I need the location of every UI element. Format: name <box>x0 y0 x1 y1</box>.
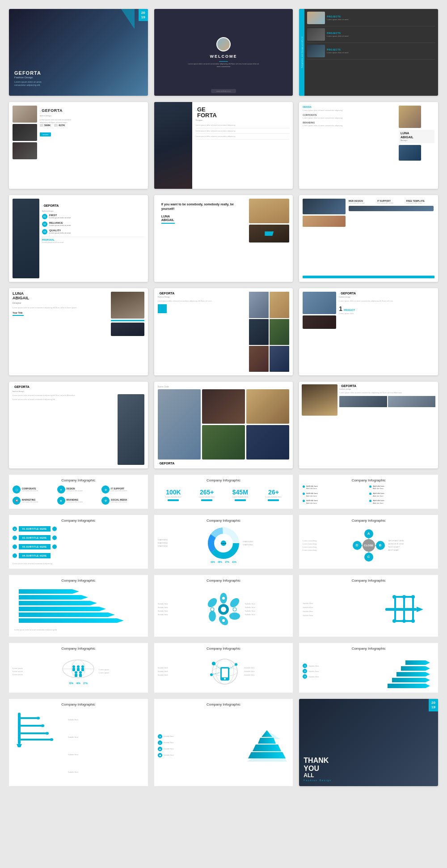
svg-marker-14 <box>19 613 115 617</box>
chart-label-r2: STARTHING <box>243 544 289 546</box>
brand-sub: Fashion Design <box>14 76 42 79</box>
prod-brand: GEFORTA <box>341 292 356 295</box>
svg-point-49 <box>77 665 80 668</box>
corporate-text: Lorem ipsum dolor sit amet consectetur a… <box>303 117 395 119</box>
sub-num-4 <box>13 553 17 558</box>
g-photo-1 <box>249 292 269 318</box>
bullet-1: Add title hereAdd title here <box>303 485 368 490</box>
bullet-4: Add title hereAdd title here <box>369 492 434 497</box>
subtitle-row-3: 03.SUBTITLE HERE <box>13 543 144 550</box>
svg-point-39 <box>402 595 406 599</box>
infographic-title-11: Company Infographic <box>158 647 290 651</box>
prod-photo-2 <box>303 315 336 329</box>
chart-label-1: STARTHING <box>158 539 204 541</box>
g-photo-2 <box>270 292 289 318</box>
slide-infographic-6: Company Infographic Lorem something Lore… <box>299 515 438 569</box>
svg-point-17 <box>228 596 241 609</box>
right-content-15: - GEFORTA fashion design Lorem ipsum dol… <box>339 384 435 466</box>
chart-center-label: Lorem <box>221 542 226 544</box>
slide-projects-sidebar: Templates and design proofs in PROJECTS … <box>299 9 438 96</box>
people-labels: Lorem ipsum Lorem ipsum Lorem ipsum <box>13 667 58 676</box>
subtitle-banner-4: 04.SUBTITLE HERE <box>19 553 51 558</box>
svg-point-55 <box>79 671 82 674</box>
manager-right: LUNAABIGAIL Manager <box>399 106 434 185</box>
geforta-left: - GEFORTA Fashion Design Lorem ipsum dol… <box>158 292 247 371</box>
welcome-divider <box>219 61 228 62</box>
manager-info: LUNAABIGAIL Manager <box>399 130 434 143</box>
project-img-3 <box>307 45 325 57</box>
dot-1 <box>303 485 305 488</box>
slide-infographic-7: Company Infographic <box>9 575 148 637</box>
it-support: IT SUPPORT Lorem ipsum dolor sit amet <box>377 200 405 204</box>
slide-infographic-8: Company Infographic Subtitle Here Subtit… <box>154 575 293 637</box>
svg-point-18 <box>229 613 240 620</box>
small-photos-15 <box>339 396 435 407</box>
svg-point-23 <box>221 607 226 612</box>
social-icon: ✿ <box>101 497 110 505</box>
stats-grid: 100K Lorem Subtitle Here 265+ Lorem Subt… <box>158 489 290 502</box>
product-photos <box>303 292 336 371</box>
svg-point-21 <box>206 596 219 609</box>
text-b3: Add title hereAdd title here <box>306 492 318 497</box>
info-1: Lorem ipsum dolor sit amet consectetur a… <box>196 124 290 128</box>
svg-point-43 <box>411 619 415 623</box>
proj-label-2: PROJECTS <box>327 32 348 34</box>
items-content: - GEFORTA fashion design 01 FIRST Lorem … <box>42 199 144 278</box>
check-1 <box>52 527 57 531</box>
right-content: - GEFORTA Designer Lorem ipsum dolor sit… <box>192 102 293 189</box>
contact-button[interactable]: contact <box>40 132 51 136</box>
svg-marker-11 <box>19 595 88 600</box>
num-26: 26+ <box>258 489 290 496</box>
svg-point-42 <box>402 619 406 623</box>
dot-6 <box>369 500 371 502</box>
num-45m: $45M <box>224 489 256 496</box>
quote-photos <box>249 199 289 278</box>
arrow-desc: Lorem ipsum dolor sit amet consectetur a… <box>14 629 143 631</box>
geforta-sub-13: fashion design <box>13 390 144 392</box>
product-subtext: Lorem ipsum dolor <box>339 312 434 315</box>
year-badge-ty: 2019 <box>429 699 438 711</box>
product-num: 1 PRODUCT <box>339 305 434 312</box>
manager-left: DESIGN Lorem ipsum dolor sit amet consec… <box>303 106 395 185</box>
web-design-text: Lorem ipsum dolor sit amet <box>349 202 376 204</box>
col-photo-3 <box>246 389 289 424</box>
side-photo-13 <box>118 394 144 465</box>
text-b4: Add title hereAdd title here <box>373 492 384 497</box>
dot-3 <box>303 493 305 495</box>
slide-infographic-4: Company Infographic ● 01.SUBTITLE HERE 0… <box>9 515 148 569</box>
chart-label-3: STARTHING <box>158 545 204 547</box>
step-icons-list: ★ Subtitle Here ● Subtitle Here ◆ Subtit… <box>158 734 242 757</box>
stat-100k: 100K Lorem Subtitle Here <box>158 489 190 502</box>
quote-photo-2 <box>249 225 289 243</box>
vtimeline-labels: Subtitle Here Subtitle Here Subtitle Her… <box>68 709 144 782</box>
pyramid-layout: ① Subtitle Here ② Subtitle Here ③ Subtit… <box>303 653 434 689</box>
desc-15: Lorem ipsum dolor sit amet consectetur a… <box>339 391 435 394</box>
prod-desc: Lorem ipsum dolor sit amet consectetur a… <box>339 300 434 302</box>
pct-row: 32% 48% 27% <box>69 682 88 685</box>
infographic-title-10: Company Infographic <box>13 647 144 651</box>
slide-photo-collage: Name Date - GEFORTA <box>154 382 293 468</box>
svg-rect-48 <box>72 668 75 671</box>
left-big-photo <box>302 384 337 466</box>
designer-accent <box>111 320 144 321</box>
svg-marker-70 <box>388 684 430 688</box>
stat-num-2: 827K <box>59 124 65 127</box>
flower-labels-left: Subtitle Here Subtitle Here Subtitle Her… <box>158 603 202 616</box>
bar-45m <box>235 499 246 501</box>
infographic-title-7: Company Infographic <box>13 579 144 583</box>
slide-infographic-5: Company Infographic STARTHING STARTHING … <box>154 515 293 569</box>
svg-marker-15 <box>19 618 124 623</box>
subtitle-desc: Lorem ipsum dolor sit amet consectetur a… <box>13 562 144 565</box>
svg-marker-72 <box>396 672 430 677</box>
svg-marker-74 <box>405 660 430 665</box>
svg-marker-12 <box>19 601 97 605</box>
globe-branches-layout: Subtitle Here Subtitle Here Subtitle Her… <box>158 653 290 689</box>
proposal-text: Lorem ipsum dolor sit amet <box>42 241 144 243</box>
big-photo <box>302 384 337 416</box>
collage-grid <box>158 389 290 460</box>
center-bubble: CLOSE <box>363 539 375 552</box>
geforta-brand-14: GEFORTA <box>160 462 175 465</box>
slide-geforta-big-photo: - GEFORTA fashion design Lorem ipsum dol… <box>299 382 438 468</box>
svg-point-26 <box>222 619 225 622</box>
it-support-text: Lorem ipsum dolor sit amet <box>377 202 405 204</box>
